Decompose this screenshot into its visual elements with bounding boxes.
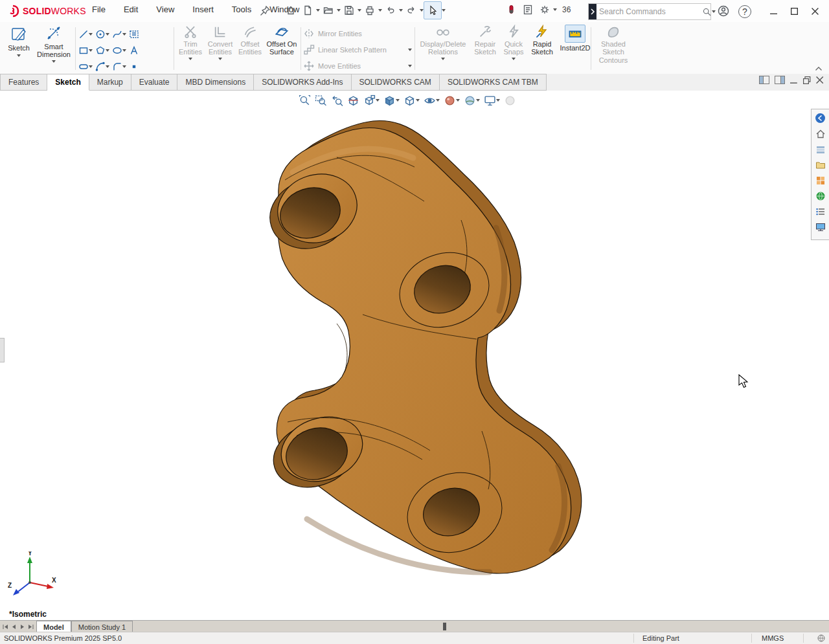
section-view-button[interactable] <box>345 93 361 108</box>
offset-on-surface-button[interactable]: Offset On Surface <box>266 25 298 56</box>
menu-view[interactable]: View <box>155 2 176 17</box>
forum-icon[interactable] <box>813 220 827 234</box>
ellipse-tool-button[interactable] <box>112 43 126 58</box>
zoom-area-button[interactable] <box>313 93 329 108</box>
pane-toggle-right-icon[interactable] <box>775 76 785 84</box>
feature-pane-splitter[interactable] <box>0 338 5 362</box>
view-settings-button[interactable] <box>482 93 502 108</box>
slot-tool-button[interactable] <box>78 60 93 74</box>
scroll-first-button[interactable] <box>1 622 10 632</box>
apply-scene-caret[interactable] <box>476 99 480 102</box>
sketch-dropdown-caret[interactable] <box>17 54 21 57</box>
tab-features[interactable]: Features <box>0 74 47 91</box>
scroll-last-button[interactable] <box>27 622 35 632</box>
status-globe-icon[interactable] <box>817 634 825 642</box>
hide-show-items-button[interactable] <box>422 93 442 108</box>
taskpane-expand-icon[interactable] <box>813 111 827 125</box>
smart-dimension-button[interactable]: Smart Dimension <box>35 25 73 63</box>
task-list-icon[interactable] <box>519 1 536 18</box>
sketch-command-button[interactable]: Sketch <box>4 25 34 57</box>
spline-caret[interactable] <box>122 33 126 36</box>
smart-dimension-caret[interactable] <box>52 60 56 63</box>
view-palette-icon[interactable] <box>813 173 827 187</box>
hide-show-caret[interactable] <box>436 99 440 102</box>
maximize-button[interactable] <box>784 1 804 21</box>
menu-tools[interactable]: Tools <box>231 2 253 17</box>
apply-scene-button[interactable] <box>462 93 482 108</box>
file-explorer-icon[interactable] <box>813 158 827 172</box>
design-library-icon[interactable] <box>813 142 827 156</box>
graphics-viewport[interactable]: Y X Z *Isometric <box>0 91 829 621</box>
document-minimize-icon[interactable] <box>790 76 798 84</box>
polygon-tool-button[interactable] <box>95 43 109 58</box>
circle-tool-button[interactable] <box>95 27 109 41</box>
options-dropdown-caret[interactable] <box>553 8 557 11</box>
rectangle-tool-button[interactable] <box>78 43 93 58</box>
rectangle-caret[interactable] <box>89 49 93 52</box>
menu-edit[interactable]: Edit <box>122 2 139 17</box>
model-canvas[interactable] <box>0 91 829 621</box>
tab-solidworks-cam-tbm[interactable]: SOLIDWORKS CAM TBM <box>440 74 547 91</box>
display-style-caret[interactable] <box>416 99 420 102</box>
document-close-icon[interactable] <box>816 76 824 84</box>
previous-view-button[interactable] <box>329 93 345 108</box>
arc-tool-button[interactable] <box>95 60 109 74</box>
edit-appearance-button[interactable] <box>442 93 462 108</box>
document-restore-icon[interactable] <box>803 76 811 84</box>
tab-solidworks-cam[interactable]: SOLIDWORKS CAM <box>352 74 440 91</box>
redo-button[interactable] <box>403 2 420 19</box>
print-button[interactable] <box>361 2 378 19</box>
scroll-right-button[interactable] <box>18 622 27 632</box>
link-part-body[interactable] <box>261 120 582 573</box>
view-orientation-caret[interactable] <box>396 99 400 102</box>
view-orientation-button[interactable] <box>381 93 402 108</box>
orientation-triad[interactable]: Y X Z <box>6 551 58 606</box>
user-account-icon[interactable] <box>715 3 732 19</box>
new-document-button[interactable] <box>299 2 316 19</box>
polygon-caret[interactable] <box>106 49 109 52</box>
tab-solidworks-add-ins[interactable]: SOLIDWORKS Add-Ins <box>254 74 351 91</box>
arc-caret[interactable] <box>106 65 109 68</box>
menu-insert[interactable]: Insert <box>191 2 215 17</box>
zoom-fit-button[interactable] <box>297 93 313 108</box>
ellipse-caret[interactable] <box>122 49 126 52</box>
fillet-tool-button[interactable] <box>112 60 126 74</box>
select-tool-button[interactable] <box>424 1 442 19</box>
taskpane-home-icon[interactable] <box>813 127 827 140</box>
open-button[interactable] <box>320 2 337 19</box>
text-tool-button[interactable] <box>129 43 139 58</box>
close-button[interactable] <box>804 1 825 21</box>
tab-sketch[interactable]: Sketch <box>47 74 89 91</box>
slot-caret[interactable] <box>89 65 93 68</box>
dynamic-annotation-button[interactable] <box>361 93 381 108</box>
rapid-sketch-button[interactable]: Rapid Sketch <box>527 25 557 56</box>
select-dropdown-caret[interactable] <box>442 9 446 12</box>
home-button[interactable] <box>282 2 299 19</box>
search-compass-icon[interactable] <box>589 4 596 19</box>
minimize-button[interactable] <box>763 1 784 21</box>
circle-caret[interactable] <box>106 33 109 36</box>
annotation-caret[interactable] <box>376 99 380 102</box>
ribbon-collapse-button[interactable] <box>815 66 823 71</box>
line-caret[interactable] <box>89 33 93 36</box>
tab-bar-splitter[interactable] <box>443 623 446 630</box>
view-settings-caret[interactable] <box>496 99 500 102</box>
tab-markup[interactable]: Markup <box>89 74 131 91</box>
spline-tool-button[interactable] <box>112 27 126 41</box>
help-button[interactable]: ? <box>738 5 751 18</box>
appearances-scenes-icon[interactable] <box>813 189 827 203</box>
line-tool-button[interactable] <box>78 27 93 41</box>
fillet-caret[interactable] <box>122 65 126 68</box>
options-gear-button[interactable] <box>536 1 553 18</box>
pane-toggle-left-icon[interactable] <box>759 76 769 84</box>
point-tool-button[interactable] <box>129 60 139 74</box>
search-icon[interactable] <box>702 3 712 20</box>
sketch-picture-button[interactable] <box>129 27 139 41</box>
scroll-left-button[interactable] <box>10 622 18 632</box>
tab-mbd-dimensions[interactable]: MBD Dimensions <box>177 74 254 91</box>
edit-appearance-caret[interactable] <box>456 99 460 102</box>
model-tab[interactable]: Model <box>36 621 71 632</box>
search-input[interactable] <box>596 7 702 16</box>
instant2d-button[interactable]: Instant2D <box>558 25 592 52</box>
custom-properties-icon[interactable] <box>813 205 827 218</box>
